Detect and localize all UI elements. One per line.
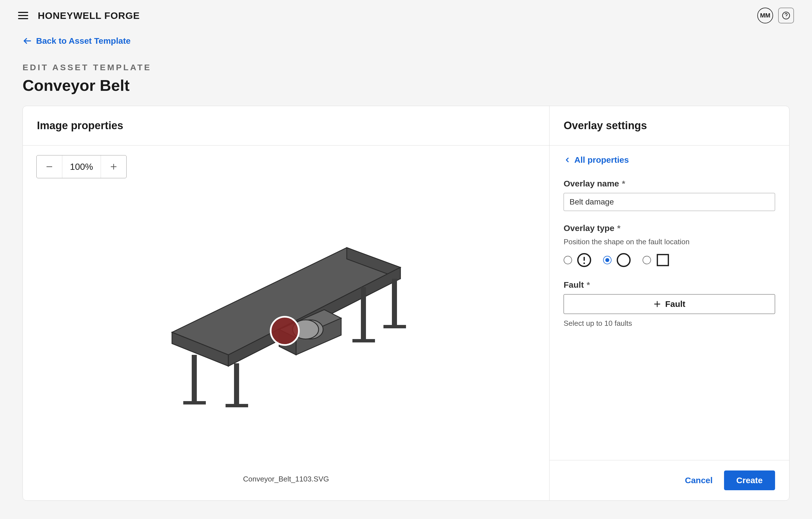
overlay-type-hint: Position the shape on the fault location [563,238,775,246]
brand-logo: HONEYWELL FORGE [38,10,140,21]
svg-rect-12 [234,363,239,406]
overlay-type-circle[interactable] [603,252,631,268]
all-properties-label: All properties [574,155,629,165]
zoom-out-button[interactable] [37,156,62,178]
svg-point-1 [786,18,786,18]
overlay-name-input[interactable] [563,193,775,211]
circle-icon [616,252,631,268]
conveyor-belt-svg [138,231,434,411]
alert-circle-icon [577,252,592,268]
page-title: Conveyor Belt [23,76,789,94]
cancel-button[interactable]: Cancel [685,475,713,485]
svg-rect-16 [392,279,397,327]
overlay-type-label: Overlay type [563,223,614,233]
overlay-settings-heading: Overlay settings [563,119,775,132]
svg-rect-17 [383,325,406,328]
plus-icon [653,300,661,308]
svg-point-26 [617,254,630,267]
avatar[interactable]: MM [757,8,773,23]
arrow-left-icon [23,36,32,46]
image-filename: Conveyor_Belt_1103.SVG [23,475,549,500]
svg-rect-14 [361,287,366,341]
fault-hint: Select up to 10 faults [563,319,775,328]
svg-point-25 [583,263,585,264]
image-properties-heading: Image properties [37,119,535,132]
overlay-marker[interactable] [271,317,299,345]
add-fault-button[interactable]: Fault [563,294,775,314]
fault-label: Fault [563,280,584,290]
chevron-left-icon [563,156,571,164]
overlay-type-square[interactable] [642,253,670,267]
required-mark: * [587,280,590,290]
asset-image[interactable] [23,178,549,475]
required-mark: * [622,179,625,188]
square-icon [656,253,670,267]
zoom-in-button[interactable] [101,156,126,178]
all-properties-link[interactable]: All properties [563,155,629,165]
svg-rect-15 [352,339,375,343]
svg-rect-13 [226,404,248,407]
zoom-control: 100% [36,155,126,178]
zoom-value: 100% [62,156,101,178]
menu-icon[interactable] [18,9,30,22]
plus-icon [109,162,118,171]
svg-rect-10 [192,355,197,403]
help-button[interactable] [778,8,794,23]
svg-rect-27 [658,255,668,266]
create-button[interactable]: Create [724,470,775,490]
back-link[interactable]: Back to Asset Template [23,36,130,46]
required-mark: * [617,223,620,233]
svg-rect-11 [183,401,206,405]
minus-icon [45,162,54,171]
overlay-type-radios [563,252,775,268]
overlay-type-alert-circle[interactable] [563,252,592,268]
overlay-name-label: Overlay name [563,179,619,188]
help-icon [782,11,790,20]
add-fault-label: Fault [665,299,686,309]
page-eyebrow: EDIT ASSET TEMPLATE [23,63,789,72]
back-link-label: Back to Asset Template [36,36,130,46]
